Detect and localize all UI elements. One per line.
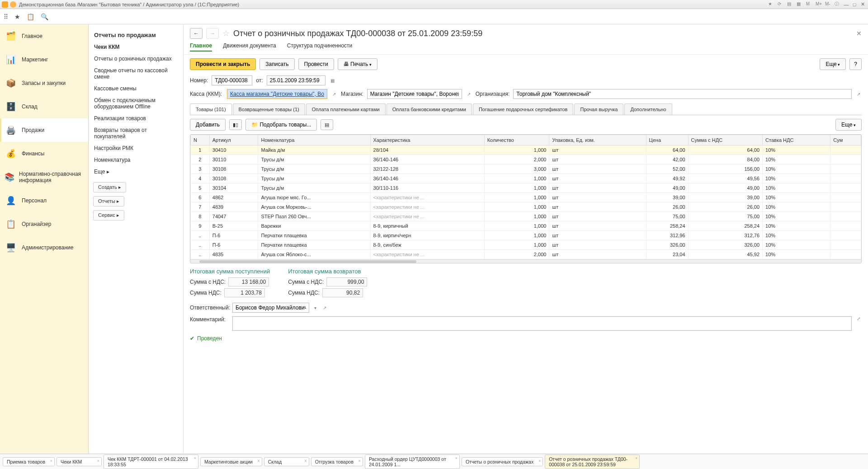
open-icon[interactable]: ↗ [321,305,328,310]
post-button[interactable]: Провести [298,58,334,70]
open-icon[interactable]: ↗ [466,92,472,97]
help-button[interactable]: ? [849,58,862,70]
expand-icon[interactable]: ⤢ [855,316,862,321]
nav-Финансы[interactable]: 💰Финансы [0,142,88,165]
store-input[interactable] [367,89,462,99]
post-and-close-button[interactable]: Провести и закрыть [190,58,256,70]
table-row[interactable]: 530104Трусы д/м30/110-1161,000шт49,0049,… [191,183,861,193]
save-button[interactable]: Записать [259,58,294,70]
column-header[interactable]: N [191,135,210,145]
detail-tab[interactable]: Оплата платежными картами [306,103,386,115]
nav-Нормативно-справочная информация[interactable]: 📚Нормативно-справочная информация [0,165,88,189]
favorite-toggle-icon[interactable]: ☆ [222,28,230,38]
info-icon[interactable]: ⓘ [835,1,841,7]
window-tab[interactable]: Отчет о розничных продажах ТД00-000038 о… [545,455,640,469]
horizontal-scrollbar[interactable] [190,259,861,263]
window-tab[interactable]: Приемка товаров× [3,457,55,466]
nav-Маркетинг[interactable]: 📊Маркетинг [0,48,88,71]
close-tab-icon[interactable]: × [304,459,307,463]
window-tab[interactable]: Чеки ККМ× [57,457,102,466]
favorite-icon[interactable]: ★ [768,1,774,8]
close-tab-icon[interactable]: × [455,456,458,460]
m-plus-icon[interactable]: M+ [816,1,822,8]
subsection-button[interactable]: Отчеты ▸ [93,196,124,206]
close-tab-icon[interactable]: × [194,456,196,460]
close-tab-icon[interactable]: × [257,459,259,463]
forward-button[interactable]: → [206,28,219,39]
window-tab[interactable]: Расходный ордер ЦУТД0000003 от 24.01.200… [365,455,460,469]
more-actions-button[interactable]: Еще [820,58,846,70]
detail-tab[interactable]: Возвращенные товары (1) [233,103,305,115]
nav-Продажи[interactable]: 🖨️Продажи [0,118,88,142]
grid-settings-icon[interactable]: ▤ [321,119,333,130]
column-header[interactable]: Цена [646,135,688,145]
nav-Главное[interactable]: 🗂️Главное [0,24,88,48]
m-icon[interactable]: M [806,1,812,8]
detail-tab[interactable]: Прочая выручка [574,103,623,115]
barcode-icon[interactable]: ▮▯ [229,119,242,130]
subsection-item[interactable]: Номенклатура [89,154,183,166]
subsection-item[interactable]: Сводные отчеты по кассовой смене [89,65,183,83]
nav-Склад[interactable]: 🗄️Склад [0,95,88,118]
org-input[interactable] [513,89,852,99]
grid-more-button[interactable]: Еще [835,119,862,131]
comment-input[interactable] [232,316,852,331]
column-header[interactable]: Артикул [209,135,258,145]
minimize-button[interactable]: — [843,1,850,8]
table-row[interactable]: 330108Трусы д/м32/122-1283,000шт52,00156… [191,164,861,174]
detail-tab[interactable]: Дополнительно [624,103,672,115]
subsection-button[interactable]: Сервис ▸ [93,210,124,220]
close-tab-icon[interactable]: × [97,459,99,463]
apps-icon[interactable]: ⠿ [4,13,8,20]
calendar-icon[interactable]: ▦ [797,1,803,8]
table-row[interactable]: 64862Агуша пюре мяс. Го...<характеристик… [191,193,861,202]
window-tab[interactable]: Склад× [264,457,309,466]
close-tab-icon[interactable]: × [635,456,637,460]
column-header[interactable]: Характеристика [370,135,484,145]
star-icon[interactable]: ★ [14,13,20,20]
app-menu-icon[interactable] [10,1,16,8]
subnav-movements[interactable]: Движения документа [223,41,276,52]
calendar-icon[interactable]: ▦ [329,78,336,83]
nav-Органайзер[interactable]: 📋Органайзер [0,212,88,236]
column-header[interactable]: Сумма с НДС [688,135,763,145]
table-row[interactable]: ..4835Агуша сок Яблоко-с...<характеристи… [191,250,861,259]
close-tab-icon[interactable]: × [359,459,361,463]
table-row[interactable]: 9В-25Варежки8-9, кирпичный1,000шт258,242… [191,221,861,231]
responsible-input[interactable] [232,303,309,313]
subsection-item[interactable]: Отчеты о розничных продажах [89,53,183,65]
window-tab[interactable]: Чек ККМ ТДРТ-000001 от 04.02.2013 18:33:… [104,455,198,469]
m-minus-icon[interactable]: M- [825,1,831,8]
clipboard-icon[interactable]: 📋 [27,13,34,20]
close-tab-icon[interactable]: × [50,459,52,463]
detail-tab[interactable]: Погашение подарочных сертификатов [473,103,574,115]
window-tab[interactable]: Отчеты о розничных продажах× [462,457,543,466]
table-row[interactable]: 874047STEP Пазл 260 Овч...<характеристик… [191,212,861,221]
open-icon[interactable]: ↗ [331,92,337,97]
nav-Персонал[interactable]: 👤Персонал [0,189,88,212]
close-document-button[interactable]: ✕ [856,30,862,37]
nav-Запасы и закупки[interactable]: 📦Запасы и закупки [0,71,88,95]
kassa-input[interactable] [227,89,327,99]
subsection-item[interactable]: Обмен с подключаемым оборудованием Offli… [89,94,183,113]
goods-grid[interactable]: NАртикулНоменклатураХарактеристикаКоличе… [190,134,862,263]
column-header[interactable]: Ставка НДС [763,135,830,145]
table-row[interactable]: 130410Майка д/м28/1041,000шт64,0064,0010… [191,145,861,155]
subsection-item[interactable]: Еще ▸ [89,166,183,178]
close-button[interactable]: ✕ [859,1,866,8]
column-header[interactable]: Сум [830,135,861,145]
window-tab[interactable]: Отгрузка товаров× [311,457,363,466]
column-header[interactable]: Упаковка, Ед. изм. [549,135,646,145]
subsection-item[interactable]: Кассовые смены [89,83,183,94]
dropdown-icon[interactable]: ▾ [313,305,318,310]
subsection-item[interactable]: Возвраты товаров от покупателей [89,124,183,142]
table-row[interactable]: 230110Трусы д/м36/140-1462,000шт42,0084,… [191,155,861,164]
history-icon[interactable]: ⟳ [778,1,784,8]
back-button[interactable]: ← [190,28,203,39]
pick-goods-button[interactable]: 📁 Подобрать товары... [245,119,317,131]
table-row[interactable]: 74839Агуша сок Морковь-...<характеристик… [191,202,861,212]
print-button[interactable]: 🖶 Печать [338,58,377,70]
detail-tab[interactable]: Товары (101) [190,103,232,115]
subsection-item[interactable]: Чеки ККМ [89,41,183,53]
subsection-item[interactable]: Настройки РМК [89,142,183,154]
